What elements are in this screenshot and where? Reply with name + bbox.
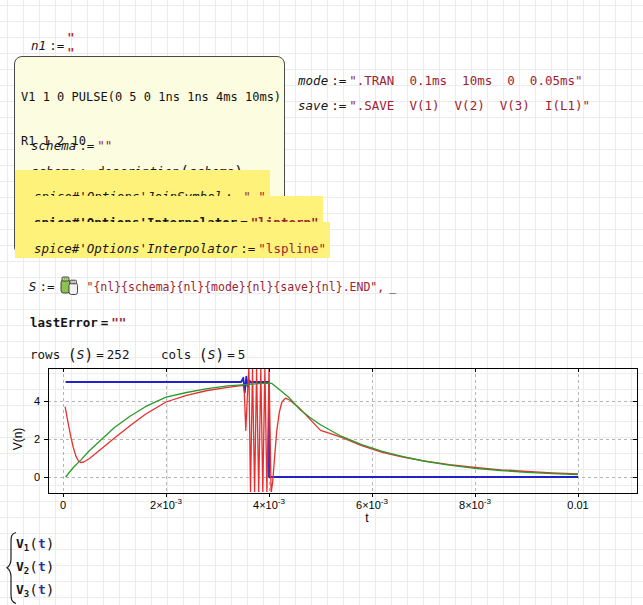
y-tick-label: 4 bbox=[34, 395, 40, 407]
plot-region[interactable]: 02×10-34×10-36×10-38×10-30.01024V(n)t bbox=[10, 355, 643, 539]
voltage-vs-time-chart[interactable]: 02×10-34×10-36×10-38×10-30.01024V(n)t bbox=[10, 355, 643, 535]
netlist-line: V1 1 0 PULSE(0 5 0 1ns 1ns 4ms 10ms) bbox=[21, 90, 278, 105]
x-tick-label: 6×10-3 bbox=[356, 497, 388, 511]
x-tick-label: 0.01 bbox=[567, 499, 588, 511]
x-tick-label: 0 bbox=[60, 499, 66, 511]
series-expression-v3: V3(t) bbox=[16, 578, 55, 601]
save-string-value: ".SAVE V(1) V(2) V(3) I(L1)" bbox=[349, 98, 590, 113]
y-tick-label: 0 bbox=[34, 471, 40, 483]
spice-shakers-icon bbox=[58, 275, 82, 295]
variable-save: save bbox=[298, 98, 328, 113]
s-format-string: "{nl}{schema}{nl}{mode}{nl}{save}{nl}.EN… bbox=[86, 280, 384, 294]
statement-s-definition[interactable]: S:= "{nl}{schema}{nl}{mode}{nl}{save}{nl… bbox=[15, 258, 396, 296]
series-expression-v1: V1(t) bbox=[16, 532, 55, 555]
option-interpolator-lhs: spice#'Options'Interpolator bbox=[34, 241, 237, 256]
x-axis-label: t bbox=[365, 511, 369, 525]
variable-lasterror: lastError bbox=[30, 315, 98, 330]
variable-n1: n1 bbox=[31, 38, 46, 53]
x-tick-label: 4×10-3 bbox=[253, 497, 285, 511]
statement-lasterror[interactable]: lastError="" bbox=[15, 297, 126, 331]
plot-series-list[interactable]: V1(t) V2(t) V3(t) bbox=[4, 531, 18, 605]
y-axis-label: V(n) bbox=[11, 428, 25, 451]
series-expression-v2: V2(t) bbox=[16, 555, 55, 578]
continuation-placeholder: _ bbox=[384, 280, 396, 294]
assign-operator: := bbox=[46, 38, 67, 53]
x-tick-label: 8×10-3 bbox=[459, 497, 491, 511]
y-tick-label: 2 bbox=[34, 433, 40, 445]
statement-save-definition[interactable]: save:=".SAVE V(1) V(2) V(3) I(L1)" bbox=[283, 80, 590, 114]
statement-option-interpolator-def[interactable]: spice#'Options'Interpolator:="lspline" bbox=[15, 222, 330, 258]
statement-n1-definition[interactable]: n1:="" bbox=[16, 14, 74, 61]
x-tick-label: 2×10-3 bbox=[150, 497, 182, 511]
